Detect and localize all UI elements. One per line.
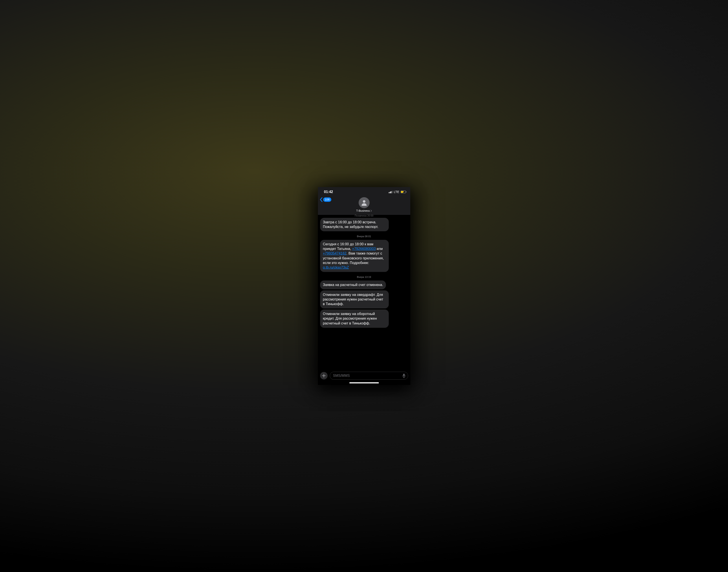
status-right: LTE ⚡ <box>389 190 406 194</box>
phone-frame: 01:42 LTE ⚡ 106 T-Business Позавчера 20:… <box>318 187 410 385</box>
svg-point-0 <box>363 200 365 203</box>
home-indicator[interactable] <box>349 382 379 383</box>
contact-avatar[interactable] <box>359 197 370 208</box>
plus-icon <box>322 374 326 378</box>
conversation-header: 106 T-Business <box>318 197 410 215</box>
message-bubble[interactable]: Отменили заявку на овердрафт. Для рассмо… <box>320 290 389 308</box>
message-input[interactable] <box>333 374 402 378</box>
unread-count-badge: 106 <box>323 197 331 202</box>
contact-name-button[interactable]: T-Business <box>356 209 372 212</box>
chevron-left-icon <box>320 197 323 202</box>
timestamp-label: Позавчера 20:00 <box>320 215 408 217</box>
cellular-signal-icon <box>389 191 392 193</box>
back-button[interactable]: 106 <box>320 197 331 202</box>
message-link[interactable]: q.tb.ru/ckso73sZ <box>323 266 349 269</box>
chevron-right-icon <box>370 210 372 212</box>
message-input-container <box>330 372 408 380</box>
network-label: LTE <box>394 190 399 194</box>
message-bubble[interactable]: Отменили заявку на оборотный кредит. Для… <box>320 309 389 328</box>
add-attachment-button[interactable] <box>320 372 327 379</box>
timestamp-label: Вчера 08:01 <box>320 235 408 238</box>
message-bubble[interactable]: Завтра с 16:00 до 18:00 встреча. Пожалуй… <box>320 218 389 231</box>
status-time: 01:42 <box>324 190 333 194</box>
message-bubble[interactable]: Сегодня с 16:00 до 18:00 к вам приедет Т… <box>320 240 389 272</box>
message-list[interactable]: Позавчера 20:00 Завтра с 16:00 до 18:00 … <box>318 215 410 370</box>
contact-name: T-Business <box>356 209 370 212</box>
message-link[interactable]: +79935474162 <box>323 252 347 255</box>
message-link[interactable]: +79266080003 <box>352 247 376 251</box>
svg-rect-1 <box>403 374 405 376</box>
person-icon <box>360 199 368 206</box>
status-bar: 01:42 LTE ⚡ <box>318 187 410 197</box>
dictation-button[interactable] <box>402 373 406 378</box>
battery-icon: ⚡ <box>401 191 406 193</box>
message-bubble[interactable]: Заявка на расчетный счет отменена. <box>320 281 386 289</box>
timestamp-label: Вчера 13:19 <box>320 276 408 278</box>
microphone-icon <box>402 373 406 378</box>
compose-bar <box>318 370 410 381</box>
